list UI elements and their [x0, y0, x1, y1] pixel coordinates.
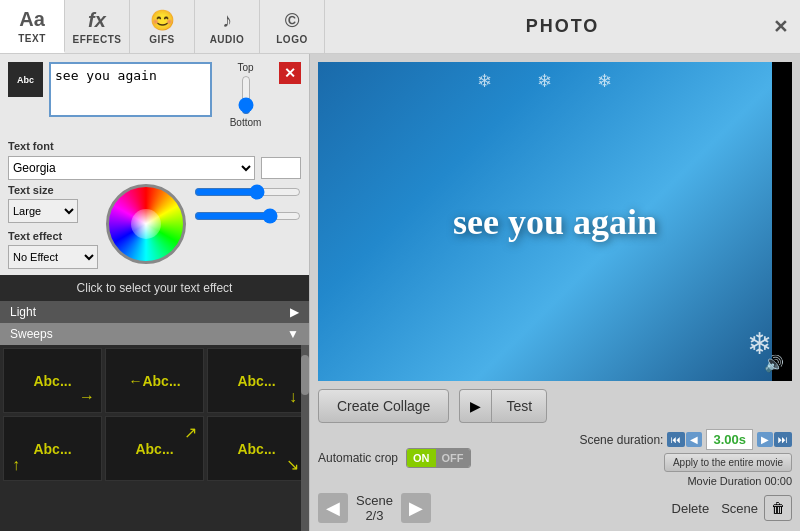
preview-text: see you again: [453, 201, 657, 243]
duration-arrows-left: ⏮ ◀: [667, 432, 702, 447]
auto-crop-label: Automatic crop: [318, 451, 398, 465]
scene-duration-section: Scene duration: ⏮ ◀ 3.00s ▶ ⏭ Apply t: [579, 429, 792, 487]
play-button[interactable]: ▶: [459, 389, 491, 423]
position-slider[interactable]: [236, 75, 256, 115]
nav-item-audio[interactable]: ♪ AUDIO: [195, 0, 260, 53]
size-select[interactable]: Large Small Medium Extra Large: [8, 199, 78, 223]
color-wheel[interactable]: [106, 184, 186, 264]
effect-text-2: ←Abc...: [128, 373, 180, 389]
effects-grid-wrapper: Abc... → ←Abc... Abc... ↓ Abc...: [0, 345, 309, 531]
scene-navigation: ◀ Scene 2/3 ▶: [318, 493, 431, 523]
preview-container: see you again 🔊: [318, 62, 792, 381]
effects-nav-label: EFFECTS: [72, 34, 121, 45]
duration-fast-forward-button[interactable]: ⏭: [774, 432, 792, 447]
font-label: Text font: [8, 140, 301, 152]
logo-nav-icon: ©: [285, 9, 300, 32]
text-preview-box: Abc: [8, 62, 43, 97]
bottom-row2: Automatic crop ON OFF Scene duration: ⏮ …: [318, 429, 792, 487]
effects-category-light-label: Light: [10, 305, 36, 319]
right-panel: see you again 🔊 Create Collage ▶ Test: [310, 54, 800, 531]
duration-arrows-right: ▶ ⏭: [757, 432, 792, 447]
color-sliders: [194, 184, 301, 224]
main-content: Abc Top Bottom ✕ Text font Georgia: [0, 54, 800, 531]
duration-back-button[interactable]: ◀: [686, 432, 702, 447]
position-bottom-label: Bottom: [230, 117, 262, 128]
test-button[interactable]: Test: [491, 389, 547, 423]
auto-crop-section: Automatic crop ON OFF: [318, 448, 471, 468]
font-row: Georgia Arial Times New Roman Verdana: [8, 156, 301, 180]
nav-item-effects[interactable]: fx EFFECTS: [65, 0, 130, 53]
delete-text-button[interactable]: ✕: [279, 62, 301, 84]
bottom-row1: Create Collage ▶ Test: [318, 389, 792, 423]
apply-entire-movie-button[interactable]: Apply to the entire movie: [664, 453, 792, 472]
duration-fast-back-button[interactable]: ⏮: [667, 432, 685, 447]
movie-duration-label: Movie Duration 00:00: [687, 475, 792, 487]
logo-nav-label: LOGO: [276, 34, 307, 45]
saturation-slider[interactable]: [194, 208, 301, 224]
effects-category-light[interactable]: Light ▶: [0, 301, 309, 323]
bottom-row3: ◀ Scene 2/3 ▶ Delete Scene 🗑: [318, 493, 792, 523]
text-input-area: Abc Top Bottom ✕: [0, 54, 309, 136]
size-label: Text size: [8, 184, 98, 196]
effect-text-6: Abc...: [237, 441, 275, 457]
scene-info: Scene 2/3: [356, 493, 393, 523]
delete-scene-button[interactable]: 🗑: [764, 495, 792, 521]
nav-item-text[interactable]: Aa TEXT: [0, 0, 65, 53]
brightness-slider[interactable]: [194, 184, 301, 200]
effect-arrow-5: ↗: [184, 423, 197, 442]
nav-item-gifs[interactable]: 😊 GIFS: [130, 0, 195, 53]
scene-next-button[interactable]: ▶: [401, 493, 431, 523]
effect-label: Text effect: [8, 230, 98, 242]
volume-icon[interactable]: 🔊: [764, 354, 784, 373]
create-collage-button[interactable]: Create Collage: [318, 389, 449, 423]
text-preview-label: Abc: [17, 75, 34, 85]
nav-item-logo[interactable]: © LOGO: [260, 0, 325, 53]
effects-category-light-chevron: ▶: [290, 305, 299, 319]
effect-item-1[interactable]: Abc... →: [3, 348, 102, 413]
effect-arrow-6: ↘: [286, 455, 299, 474]
black-bar-right: [772, 62, 792, 381]
effect-item-4[interactable]: Abc... ↑: [3, 416, 102, 481]
left-panel: Abc Top Bottom ✕ Text font Georgia: [0, 54, 310, 531]
scene-value: 2/3: [356, 508, 393, 523]
effect-text-3: Abc...: [237, 373, 275, 389]
color-wheel-inner: [131, 209, 161, 239]
effect-item-2[interactable]: ←Abc...: [105, 348, 204, 413]
toggle-on[interactable]: ON: [407, 449, 436, 467]
font-select[interactable]: Georgia Arial Times New Roman Verdana: [8, 156, 255, 180]
toggle-button[interactable]: ON OFF: [406, 448, 471, 468]
scrollbar-thumb[interactable]: [301, 355, 309, 395]
font-controls: Text font Georgia Arial Times New Roman …: [0, 136, 309, 275]
duration-forward-button[interactable]: ▶: [757, 432, 773, 447]
position-control: Top Bottom: [218, 62, 273, 128]
effects-nav-icon: fx: [88, 9, 106, 32]
scene-prev-button[interactable]: ◀: [318, 493, 348, 523]
position-top-label: Top: [237, 62, 253, 73]
effect-item-3[interactable]: Abc... ↓: [207, 348, 306, 413]
duration-value: 3.00s: [706, 429, 753, 450]
scene-duration-label: Scene duration:: [579, 433, 663, 447]
effect-arrow-3: ↓: [289, 388, 297, 406]
bottom-controls: Create Collage ▶ Test Automatic crop ON …: [318, 389, 792, 523]
effect-item-6[interactable]: Abc... ↘: [207, 416, 306, 481]
effects-title: Click to select your text effect: [0, 275, 309, 301]
effects-panel: Click to select your text effect Light ▶…: [0, 275, 309, 531]
effects-category-sweeps[interactable]: Sweeps ▼: [0, 323, 309, 345]
close-icon[interactable]: ✕: [773, 16, 788, 38]
text-input-field[interactable]: [49, 62, 212, 117]
effects-grid: Abc... → ←Abc... Abc... ↓ Abc...: [0, 345, 309, 484]
top-navigation: Aa TEXT fx EFFECTS 😊 GIFS ♪ AUDIO © LOGO…: [0, 0, 800, 54]
test-button-group: ▶ Test: [459, 389, 547, 423]
effect-text-1: Abc...: [33, 373, 71, 389]
preview-image: see you again: [318, 62, 792, 381]
text-nav-icon: Aa: [19, 8, 45, 31]
scrollbar-track[interactable]: [301, 345, 309, 531]
text-input-wrapper: [49, 62, 212, 121]
effect-select[interactable]: No Effect Outline Shadow: [8, 245, 98, 269]
color-swatch[interactable]: [261, 157, 301, 179]
effect-item-5[interactable]: Abc... ↗: [105, 416, 204, 481]
audio-nav-icon: ♪: [222, 9, 232, 32]
gifs-nav-label: GIFS: [149, 34, 174, 45]
scene-duration-row: Scene duration: ⏮ ◀ 3.00s ▶ ⏭: [579, 429, 792, 450]
toggle-off[interactable]: OFF: [436, 449, 470, 467]
